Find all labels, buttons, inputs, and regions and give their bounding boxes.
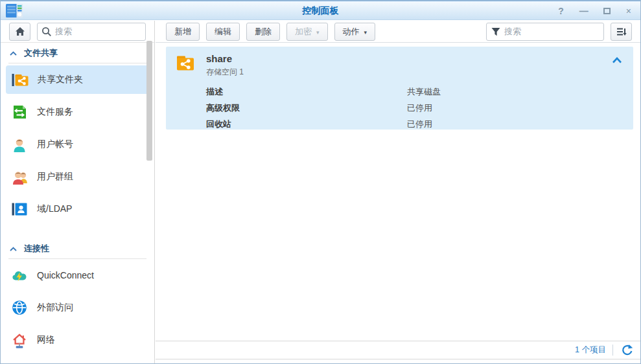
detail-label: 高级权限	[206, 102, 407, 114]
edit-button[interactable]: 编辑	[206, 23, 240, 41]
sort-button[interactable]	[611, 23, 632, 41]
detail-value: 共享磁盘	[407, 86, 441, 98]
minimize-icon[interactable]: —	[579, 6, 588, 16]
sidebar-item-file-services[interactable]: 文件服务	[1, 96, 154, 128]
sidebar-item-label: 用户帐号	[37, 139, 73, 150]
chevron-up-icon	[10, 247, 17, 251]
shared-folder-large-icon	[174, 52, 196, 74]
detail-label: 描述	[206, 86, 407, 98]
maximize-icon[interactable]	[603, 8, 611, 14]
window-controls: ? — ×	[558, 1, 631, 21]
external-access-icon	[10, 299, 29, 317]
sidebar-item-shared-folders[interactable]: 共享文件夹	[6, 65, 149, 94]
filter-icon	[491, 27, 501, 37]
network-icon	[10, 331, 29, 349]
detail-row-description: 描述 共享磁盘	[206, 84, 624, 100]
action-dropdown-button[interactable]: 动作	[334, 23, 376, 41]
home-icon	[15, 27, 25, 36]
sidebar-item-external-access[interactable]: 外部访问	[1, 291, 154, 324]
sidebar-item-label: 网络	[37, 334, 55, 346]
search-icon	[41, 27, 52, 37]
quickconnect-icon	[10, 266, 29, 284]
sidebar-item-user-group[interactable]: 用户群组	[1, 161, 154, 193]
sidebar-item-user-account[interactable]: 用户帐号	[1, 128, 154, 161]
toolbar: 新增 编辑 删除 加密 动作	[156, 21, 640, 43]
close-icon[interactable]: ×	[626, 6, 631, 16]
refresh-button[interactable]	[620, 343, 634, 358]
collapse-chevron-up-icon[interactable]	[611, 56, 623, 65]
shared-folder-icon	[11, 71, 29, 89]
detail-label: 回收站	[206, 119, 407, 130]
sidebar-item-quickconnect[interactable]: QuickConnect	[1, 259, 154, 291]
file-services-icon	[10, 103, 29, 121]
section-label: 文件共享	[24, 47, 58, 59]
detail-row-advanced-permissions: 高级权限 已停用	[206, 100, 624, 116]
user-group-icon	[10, 168, 29, 186]
detail-row-recycle-bin: 回收站 已停用	[206, 116, 624, 132]
detail-value: 已停用	[407, 102, 432, 114]
create-button[interactable]: 新增	[166, 23, 200, 41]
detail-value: 已停用	[407, 119, 432, 130]
sidebar-nav: 文件共享 共享文件夹	[1, 43, 154, 363]
sidebar-item-label: QuickConnect	[37, 270, 94, 280]
section-label: 连接性	[24, 243, 49, 255]
section-header-file-sharing[interactable]: 文件共享	[8, 43, 146, 63]
sidebar-item-label: 用户群组	[37, 171, 73, 183]
sidebar-item-network[interactable]: 网络	[1, 324, 154, 356]
filter-search-input[interactable]	[486, 23, 604, 41]
main-panel: 新增 编辑 删除 加密 动作	[156, 21, 640, 363]
sidebar-item-label: 外部访问	[37, 302, 73, 313]
encrypt-dropdown-button: 加密	[286, 23, 328, 41]
item-count: 1 个项目	[575, 345, 606, 356]
sidebar-scrollbar-thumb[interactable]	[146, 41, 152, 161]
status-bar: 1 个项目	[156, 341, 640, 359]
sidebar-item-label: 文件服务	[37, 106, 73, 118]
card-body: share 存储空间 1 描述 共享磁盘 高级权限 已停用 回收站 已停用	[166, 47, 633, 132]
section-header-connectivity[interactable]: 连接性	[8, 238, 146, 259]
sidebar-topbar	[1, 21, 154, 43]
shared-folder-row[interactable]: share 存储空间 1 描述 共享磁盘 高级权限 已停用 回收站 已停用	[166, 47, 633, 130]
refresh-icon	[621, 344, 633, 356]
sort-icon	[616, 27, 627, 37]
share-details: 描述 共享磁盘 高级权限 已停用 回收站 已停用	[206, 84, 624, 132]
control-panel-window: 控制面板 ? — ×	[0, 0, 641, 364]
share-name: share	[206, 52, 624, 64]
page-title: 控制面板	[1, 1, 640, 21]
help-icon[interactable]: ?	[558, 6, 564, 16]
chevron-up-icon	[10, 51, 17, 56]
domain-ldap-icon	[10, 200, 29, 218]
user-account-icon	[10, 135, 29, 154]
delete-button[interactable]: 删除	[246, 23, 280, 41]
sidebar-search	[37, 23, 146, 41]
sidebar-search-input[interactable]	[37, 23, 146, 41]
sidebar-item-dhcp-server[interactable]: DHCP Server	[1, 356, 154, 363]
sidebar: 文件共享 共享文件夹	[1, 21, 155, 363]
home-button[interactable]	[9, 23, 30, 41]
sidebar-item-label: 共享文件夹	[38, 74, 83, 85]
footer-divider	[612, 345, 613, 356]
titlebar: 控制面板 ? — ×	[1, 1, 640, 20]
share-location: 存储空间 1	[206, 67, 624, 78]
filter-search	[486, 23, 604, 41]
sidebar-item-label: 域/LDAP	[37, 203, 72, 215]
sidebar-item-domain-ldap[interactable]: 域/LDAP	[1, 193, 154, 225]
